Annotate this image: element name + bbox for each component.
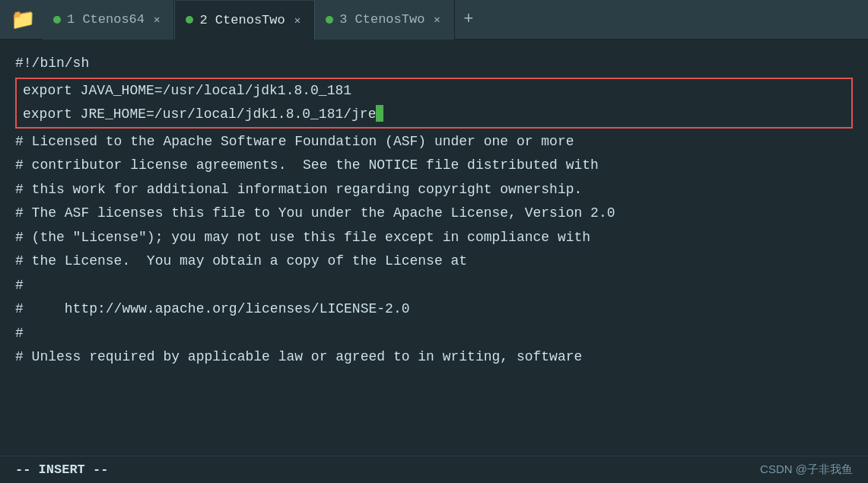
- tab-3-close[interactable]: ✕: [431, 11, 443, 27]
- tab-2-dot: [186, 16, 193, 24]
- add-tab-icon: +: [463, 10, 473, 29]
- line-shebang: #!/bin/sh: [15, 52, 853, 76]
- tab-2-label: 2 CtenosTwo: [199, 13, 285, 27]
- line-comment3: # this work for additional information r…: [15, 178, 853, 202]
- watermark-label: CSDN @子非我鱼: [760, 462, 853, 477]
- tab-1-label: 1 Ctenos64: [67, 12, 145, 27]
- tab-1-dot: [53, 16, 61, 24]
- tab-2-close[interactable]: ✕: [291, 12, 304, 28]
- text-cursor: [376, 105, 383, 122]
- line-comment9: #: [15, 322, 853, 346]
- tab-3-dot: [326, 16, 333, 24]
- insert-mode-label: -- INSERT --: [15, 462, 108, 477]
- line-export2: export JRE_HOME=/usr/local/jdk1.8.0_181/…: [20, 103, 848, 127]
- tab-3-label: 3 CtenosTwo: [339, 12, 424, 27]
- line-comment10: # Unless required by applicable law or a…: [15, 345, 853, 370]
- line-export1: export JAVA_HOME=/usr/local/jdk1.8.0_181: [20, 79, 848, 103]
- line-comment1: # Licensed to the Apache Software Founda…: [15, 130, 853, 154]
- line-comment6: # the License. You may obtain a copy of …: [15, 249, 853, 274]
- status-bar: -- INSERT -- CSDN @子非我鱼: [0, 456, 868, 483]
- line-comment8: # http://www.apache.org/licenses/LICENSE…: [15, 297, 853, 322]
- line-comment2: # contributor license agreements. See th…: [15, 154, 853, 178]
- tab-3[interactable]: 3 CtenosTwo ✕: [315, 0, 455, 40]
- tab-1[interactable]: 1 Ctenos64 ✕: [43, 0, 174, 40]
- highlight-block: export JAVA_HOME=/usr/local/jdk1.8.0_181…: [15, 78, 853, 129]
- editor: #!/bin/sh export JAVA_HOME=/usr/local/jd…: [0, 40, 868, 456]
- add-tab-button[interactable]: +: [455, 0, 482, 40]
- folder-icon-container: 📁: [3, 0, 43, 40]
- line-comment7: #: [15, 274, 853, 298]
- tab-bar: 📁 1 Ctenos64 ✕ 2 CtenosTwo ✕ 3 CtenosTwo…: [0, 0, 868, 40]
- tab-2[interactable]: 2 CtenosTwo ✕: [174, 0, 315, 40]
- line-comment4: # The ASF licenses this file to You unde…: [15, 202, 853, 226]
- folder-icon: 📁: [11, 8, 35, 32]
- tab-1-close[interactable]: ✕: [151, 11, 163, 27]
- line-comment5: # (the "License"); you may not use this …: [15, 226, 853, 250]
